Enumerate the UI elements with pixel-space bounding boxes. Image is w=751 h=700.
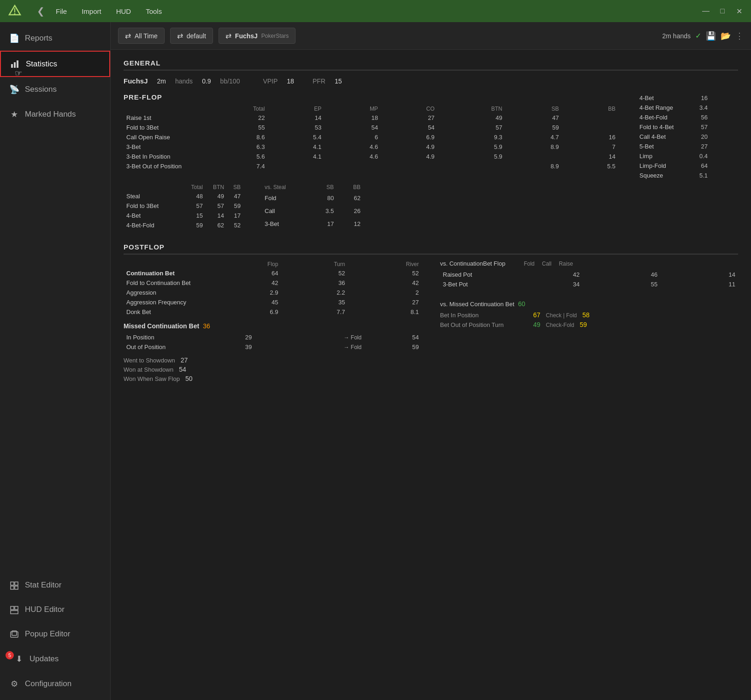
threebetoop-sb: 8.9 <box>505 161 562 171</box>
squeeze-val: 5.1 <box>697 171 710 180</box>
preflop-col-ep: EP <box>267 105 324 113</box>
maximize-button[interactable]: □ <box>718 7 727 15</box>
player-name-filter: FuchsJ <box>235 32 258 40</box>
pfr-label: PFR <box>313 77 325 85</box>
threebet-bb: 7 <box>562 142 618 152</box>
menu-hud[interactable]: HUD <box>116 7 131 15</box>
preflop-col-bb: BB <box>562 105 618 113</box>
vssteal-col-name: vs. Steal <box>262 183 308 191</box>
table-row: 4-Bet 16 <box>637 93 710 103</box>
threebet-btn: 5.9 <box>438 142 505 152</box>
bet-in-position-row: Bet In Position 67 Check | Fold 58 <box>440 311 739 319</box>
svg-rect-4 <box>14 62 16 68</box>
table-row: 3-Bet 17 12 <box>262 217 363 230</box>
sidebar-item-statistics[interactable]: Statistics ☞ <box>0 51 110 77</box>
fourbet-steal-sb: 17 <box>227 211 243 220</box>
preflop-col-btn: BTN <box>438 105 505 113</box>
aggrfreq-river: 27 <box>348 297 421 307</box>
fourbetfold-steal-btn: 62 <box>206 220 227 230</box>
check-fold-val: 58 <box>582 311 590 319</box>
alltime-filter-label: All Time <box>135 32 158 40</box>
back-button[interactable]: ❮ <box>37 6 45 17</box>
foldto4bet-label: Fold to 4-Bet <box>637 122 697 132</box>
postflop-grid: Flop Turn River Continuation Bet 64 52 5… <box>124 260 738 382</box>
sidebar-item-sessions[interactable]: 📡 Sessions <box>0 77 110 102</box>
fivebet-val: 27 <box>697 142 710 151</box>
threebetoop-btn <box>438 161 505 171</box>
foldtocbet-flop: 42 <box>216 278 281 288</box>
default-filter-label: default <box>187 32 206 40</box>
hud-editor-icon <box>9 605 19 615</box>
save-filter-icon[interactable]: 💾 <box>706 31 716 41</box>
fourbet-label: 4-Bet <box>637 93 697 103</box>
table-row: Steal 48 49 47 <box>124 191 243 201</box>
preflop-col-sb: SB <box>505 105 562 113</box>
inposition-name: In Position <box>124 332 197 342</box>
limp-label: Limp <box>637 151 697 161</box>
foldtocbet-river: 42 <box>348 278 421 288</box>
donkbet-flop: 6.9 <box>216 307 281 317</box>
player-filter-btn[interactable]: ⇄ FuchsJ PokerStars <box>219 28 296 44</box>
marked-hands-icon: ★ <box>9 109 19 119</box>
player-site-filter: PokerStars <box>261 33 289 39</box>
steal-section: Total BTN SB Steal 48 49 <box>124 178 618 235</box>
player-swap-icon: ⇄ <box>225 31 231 40</box>
inposition-arrow: → Fold <box>254 332 364 342</box>
table-row: 4-Bet-Fold 56 <box>637 113 710 122</box>
sidebar-item-popup-editor[interactable]: Popup Editor <box>0 622 110 647</box>
aggrfreq-name: Aggression Frequency <box>124 297 216 307</box>
cbet-flop: 64 <box>216 268 281 278</box>
postflop-col-name <box>124 260 216 268</box>
filter-right: 2m hands ✓ 💾 📂 ⋮ <box>662 31 744 41</box>
fold3bet-steal-sb: 59 <box>227 201 243 211</box>
more-filter-icon[interactable]: ⋮ <box>735 31 744 41</box>
threebetip-mp: 4.6 <box>324 152 381 161</box>
default-filter-btn[interactable]: ⇄ default <box>170 28 213 44</box>
minimize-button[interactable]: — <box>701 7 710 15</box>
raise1st-btn: 49 <box>438 113 505 123</box>
sidebar-item-reports[interactable]: 📄 Reports <box>0 26 110 51</box>
sidebar-item-hud-editor[interactable]: HUD Editor <box>0 598 110 622</box>
right-stats-table: 4-Bet 16 4-Bet Range 3.4 4-Bet-Fold 56 <box>637 93 710 180</box>
raised-pot-call: 46 <box>582 270 660 279</box>
sidebar-item-configuration[interactable]: ⚙ Configuration <box>0 671 110 696</box>
threebet-pot-call: 55 <box>582 279 660 289</box>
vs-cbet-section: vs. ContinuationBet Flop Fold Call Raise… <box>440 260 739 289</box>
callopen-btn: 9.3 <box>438 132 505 142</box>
fourbet-steal-name: 4-Bet <box>124 211 183 220</box>
app-logo <box>7 4 22 18</box>
close-button[interactable]: ✕ <box>734 7 744 16</box>
folder-filter-icon[interactable]: 📂 <box>721 31 731 41</box>
menu-import[interactable]: Import <box>82 7 101 15</box>
vssteal-fold-name: Fold <box>262 191 308 204</box>
bet-ip-label: Bet In Position <box>440 312 528 319</box>
alltime-filter-btn[interactable]: ⇄ All Time <box>118 28 165 44</box>
sidebar-item-marked-hands[interactable]: ★ Marked Hands <box>0 102 110 127</box>
svg-rect-3 <box>11 64 13 68</box>
vs-cbet-col-raise: Raise <box>559 261 573 267</box>
svg-rect-8 <box>11 586 14 589</box>
vs-missed-cb-section: vs. Missed Continuation Bet 60 Bet In Po… <box>440 300 739 328</box>
sidebar-item-stat-editor[interactable]: Stat Editor <box>0 573 110 597</box>
svg-rect-9 <box>15 586 18 589</box>
general-section-header: GENERAL <box>124 59 738 71</box>
callopen-name: Call Open Raise <box>124 132 197 142</box>
outofposition-arrow: → Fold <box>254 342 364 352</box>
threebetoop-bb: 5.5 <box>562 161 618 171</box>
threebetoop-ep <box>267 161 324 171</box>
threebetip-name: 3-Bet In Position <box>124 152 197 161</box>
threebet-ep: 4.1 <box>267 142 324 152</box>
raise1st-name: Raise 1st <box>124 113 197 123</box>
raise1st-bb <box>562 113 618 123</box>
aggression-name: Aggression <box>124 288 216 297</box>
fold3bet-name: Fold to 3Bet <box>124 123 197 132</box>
menu-tools[interactable]: Tools <box>146 7 162 15</box>
table-row: Limp-Fold 64 <box>637 161 710 171</box>
sidebar-item-sessions-label: Sessions <box>25 85 57 94</box>
raise1st-mp: 18 <box>324 113 381 123</box>
inposition-fold: 54 <box>364 332 421 342</box>
sidebar-item-marked-hands-label: Marked Hands <box>25 110 76 119</box>
menu-file[interactable]: File <box>56 7 67 15</box>
sidebar-item-updates[interactable]: 5 ⬇ Updates <box>0 647 110 671</box>
reports-icon: 📄 <box>9 33 19 43</box>
